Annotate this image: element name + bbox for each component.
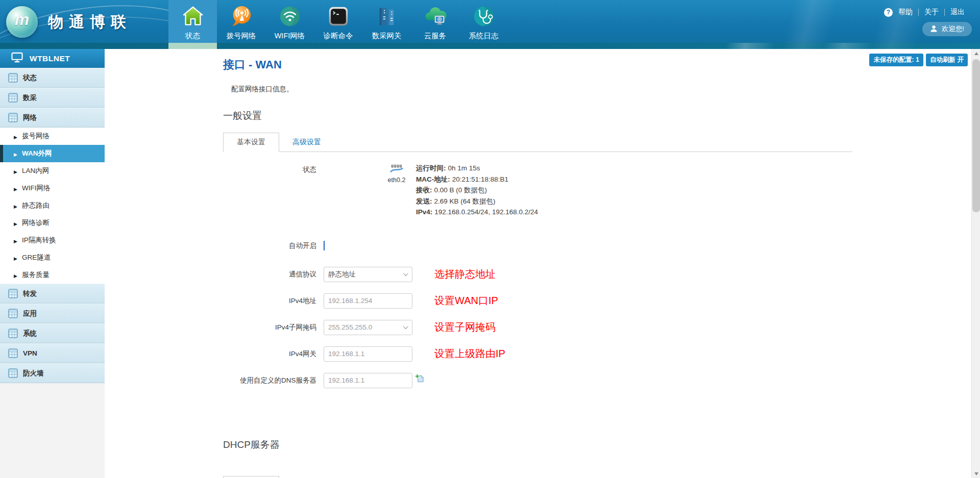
auto-refresh-badge[interactable]: 自动刷新 开 — [926, 54, 968, 66]
terminal-icon — [327, 5, 350, 28]
sidebar-item-label: 数采 — [23, 93, 37, 103]
help-icon — [884, 8, 893, 17]
status-line: 发送:2.69 KB (64 数据包) — [416, 196, 538, 207]
netmask-label: IPv4子网掩码 — [223, 323, 324, 332]
sidebar: WTBLNET 状态 数采 网络 拨号网络 WAN外网 LAN内网 WIF — [0, 49, 105, 478]
sidebar-item-dial-network[interactable]: 拨号网络 — [0, 128, 105, 145]
sidebar-title: WTBLNET — [30, 54, 70, 63]
page-title: 接口 - WAN — [223, 57, 971, 72]
protocol-select[interactable]: 静态地址 — [324, 267, 412, 282]
nav-label: 云服务 — [424, 31, 447, 41]
netmask-row: IPv4子网掩码 255.255.255.0 设置子网掩码 — [223, 320, 971, 335]
sidebar-item-system[interactable]: 系统 — [0, 323, 105, 343]
sidebar-item-ip-isolation[interactable]: IP隔离转换 — [0, 232, 105, 249]
unsaved-config-badge[interactable]: 未保存的配置: 1 — [869, 54, 923, 66]
router-admin-page: 物通博联 状态 — [0, 0, 980, 478]
ipv4-address-input[interactable] — [324, 293, 412, 309]
sidebar-item-network[interactable]: 网络 — [0, 108, 105, 128]
sidebar-item-qos[interactable]: 服务质量 — [0, 266, 105, 284]
interface-block: eth0.2 — [377, 164, 416, 184]
triangle-up-icon — [974, 52, 978, 55]
sidebar-item-label: 网络 — [23, 113, 37, 122]
sidebar-item-label: 静态路由 — [22, 201, 50, 210]
nav-item-dial-network[interactable]: 拨号网络 — [217, 0, 265, 43]
welcome-user-button[interactable]: 欢迎您! — [922, 22, 972, 36]
sidebar-item-label: 系统 — [23, 329, 37, 338]
sidebar-item-wifi[interactable]: WIFI网络 — [0, 180, 105, 197]
brand-logo: 物通博联 — [6, 4, 132, 40]
nav-item-status[interactable]: 状态 — [168, 0, 217, 43]
logout-link[interactable]: 退出 — [950, 8, 965, 17]
sidebar-item-label: 网络诊断 — [22, 218, 50, 228]
scrollbar-track[interactable] — [971, 49, 980, 478]
header-links: 帮助 关于 退出 — [884, 8, 965, 17]
grid-icon — [8, 289, 18, 298]
settings-tabs: 基本设置 高级设置 — [223, 133, 852, 152]
sidebar-item-vpn[interactable]: VPN — [0, 343, 105, 363]
header-bottom-strip — [0, 43, 980, 49]
dns-input[interactable] — [324, 373, 412, 388]
sidebar-item-label: 应用 — [23, 309, 37, 318]
status-label: 状态 — [223, 164, 324, 174]
sidebar-item-label: 状态 — [23, 73, 37, 83]
sidebar-item-lan[interactable]: LAN内网 — [0, 162, 105, 180]
nav-item-wifi-network[interactable]: WIFI网络 — [265, 0, 314, 43]
decorative-arc — [0, 8, 243, 49]
auto-start-row: 自动开启 — [223, 241, 971, 250]
interface-name: eth0.2 — [388, 177, 406, 184]
triangle-right-icon — [14, 150, 17, 158]
ipv4-address-row: IPv4地址 设置WAN口IP — [223, 293, 971, 309]
triangle-right-icon — [14, 167, 17, 175]
tab-dhcp-basic-settings[interactable]: 基本设置 — [223, 476, 279, 478]
main-content: 未保存的配置: 1 自动刷新 开 接口 - WAN 配置网络接口信息。 一般设置… — [105, 49, 971, 478]
sidebar-item-label: 转发 — [23, 289, 37, 298]
sidebar-item-label: IP隔离转换 — [22, 236, 56, 245]
gateway-row: IPv4网关 设置上级路由IP — [223, 346, 971, 362]
triangle-down-icon — [974, 472, 978, 475]
gateway-input[interactable] — [324, 346, 412, 362]
sidebar-item-application[interactable]: 应用 — [0, 304, 105, 323]
ipv4-address-label: IPv4地址 — [223, 296, 324, 306]
nav-active-indicator — [168, 43, 217, 49]
status-line: 运行时间:0h 1m 15s — [416, 163, 538, 174]
nav-item-cloud-service[interactable]: 云服务 — [411, 0, 459, 43]
sidebar-item-forwarding[interactable]: 转发 — [0, 284, 105, 304]
ethernet-icon — [390, 164, 404, 175]
sidebar-item-gre-tunnel[interactable]: GRE隧道 — [0, 249, 105, 266]
brand-title: 物通博联 — [48, 12, 132, 33]
add-dns-button[interactable] — [415, 374, 424, 383]
tab-basic-settings[interactable]: 基本设置 — [223, 133, 279, 152]
sidebar-item-status[interactable]: 状态 — [0, 68, 105, 88]
sidebar-item-firewall[interactable]: 防火墙 — [0, 363, 105, 383]
cloud-monitor-icon — [424, 5, 447, 28]
nav-item-system-log[interactable]: 系统日志 — [459, 0, 508, 43]
nav-label: 状态 — [185, 31, 200, 41]
scroll-up-button[interactable] — [972, 49, 980, 58]
triangle-right-icon — [14, 185, 17, 192]
auto-start-checkbox[interactable] — [324, 241, 325, 250]
sidebar-item-wan[interactable]: WAN外网 — [0, 145, 105, 162]
nav-item-data-gateway[interactable]: 数采网关 — [362, 0, 411, 43]
help-link[interactable]: 帮助 — [898, 8, 913, 17]
sidebar-item-label: GRE隧道 — [22, 253, 51, 262]
scroll-thumb[interactable] — [972, 59, 980, 212]
page-subtitle: 配置网络接口信息。 — [231, 85, 971, 94]
nav-item-diagnostic-command[interactable]: 诊断命令 — [314, 0, 362, 43]
sidebar-item-static-route[interactable]: 静态路由 — [0, 197, 105, 214]
user-icon — [930, 25, 938, 34]
decorative-arc — [0, 0, 219, 49]
nav-label: 诊断命令 — [324, 31, 353, 41]
sidebar-item-data-collection[interactable]: 数采 — [0, 88, 105, 108]
netmask-select[interactable]: 255.255.255.0 — [324, 320, 412, 335]
sidebar-item-label: VPN — [23, 349, 37, 357]
tab-advanced-settings[interactable]: 高级设置 — [279, 133, 334, 152]
divider — [944, 9, 945, 16]
divider — [918, 9, 919, 16]
grid-icon — [8, 113, 18, 122]
welcome-label: 欢迎您! — [942, 24, 964, 34]
scroll-down-button[interactable] — [972, 469, 980, 478]
page-content: 接口 - WAN 配置网络接口信息。 一般设置 基本设置 高级设置 状态 — [105, 49, 971, 478]
sidebar-item-network-diagnosis[interactable]: 网络诊断 — [0, 214, 105, 232]
sidebar-item-label: 服务质量 — [22, 270, 50, 280]
about-link[interactable]: 关于 — [924, 8, 939, 17]
